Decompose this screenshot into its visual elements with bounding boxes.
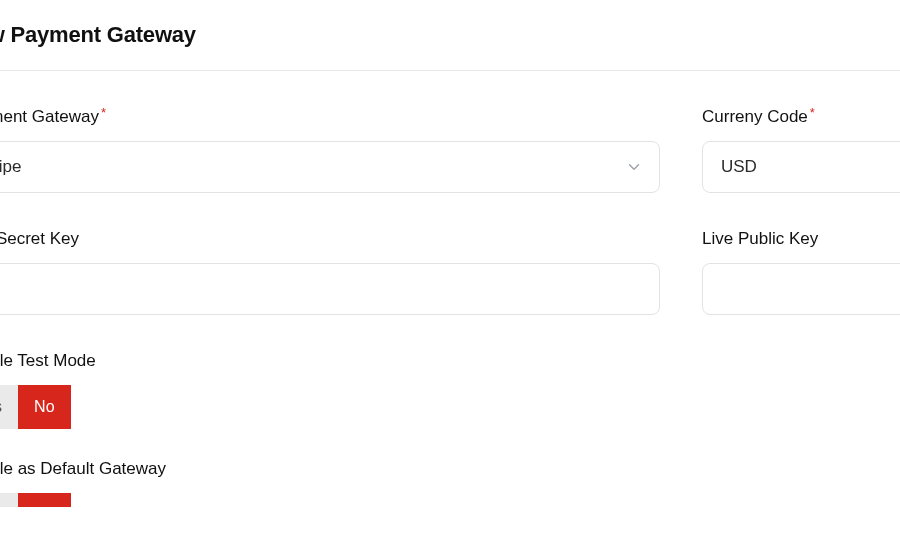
- live-public-key-input[interactable]: [719, 264, 900, 314]
- test-mode-label: Enable Test Mode: [0, 351, 660, 371]
- payment-gateway-select[interactable]: Stripe: [0, 141, 660, 193]
- chevron-down-icon: [625, 158, 643, 176]
- row-default-gateway: Enable as Default Gateway Yes No: [0, 459, 900, 511]
- currency-code-input[interactable]: [719, 142, 900, 192]
- row-test-mode: Enable Test Mode Yes No: [0, 351, 900, 429]
- default-gateway-label-text: Enable as Default Gateway: [0, 459, 166, 479]
- live-secret-key-input-wrapper[interactable]: [0, 263, 660, 315]
- default-gateway-yes-button[interactable]: Yes: [0, 493, 18, 507]
- payment-gateway-label-text: Payment Gateway: [0, 107, 99, 127]
- currency-code-label: Curreny Code *: [702, 107, 900, 127]
- currency-code-required-asterisk: *: [810, 106, 815, 119]
- default-gateway-toggle: Yes No: [0, 493, 71, 507]
- live-public-key-label-text: Live Public Key: [702, 229, 818, 249]
- default-gateway-label: Enable as Default Gateway: [0, 459, 660, 479]
- payment-gateway-required-asterisk: *: [101, 106, 106, 119]
- page-title: New Payment Gateway: [0, 22, 900, 48]
- test-mode-no-button[interactable]: No: [18, 385, 70, 429]
- test-mode-yes-button[interactable]: Yes: [0, 385, 18, 429]
- currency-code-input-wrapper[interactable]: [702, 141, 900, 193]
- currency-code-label-text: Curreny Code: [702, 107, 808, 127]
- payment-gateway-label: Payment Gateway *: [0, 107, 660, 127]
- row-keys: Live Secret Key Live Public Key: [0, 229, 900, 315]
- default-gateway-no-button[interactable]: No: [18, 493, 70, 507]
- row-gateway-currency: Payment Gateway * Stripe Curreny Code *: [0, 107, 900, 193]
- header-divider: [0, 70, 900, 71]
- live-secret-key-label: Live Secret Key: [0, 229, 660, 249]
- live-public-key-label: Live Public Key: [702, 229, 900, 249]
- test-mode-label-text: Enable Test Mode: [0, 351, 96, 371]
- payment-gateway-value: Stripe: [0, 157, 21, 177]
- live-secret-key-input[interactable]: [0, 264, 643, 314]
- live-public-key-input-wrapper[interactable]: [702, 263, 900, 315]
- test-mode-toggle: Yes No: [0, 385, 71, 429]
- live-secret-key-label-text: Live Secret Key: [0, 229, 79, 249]
